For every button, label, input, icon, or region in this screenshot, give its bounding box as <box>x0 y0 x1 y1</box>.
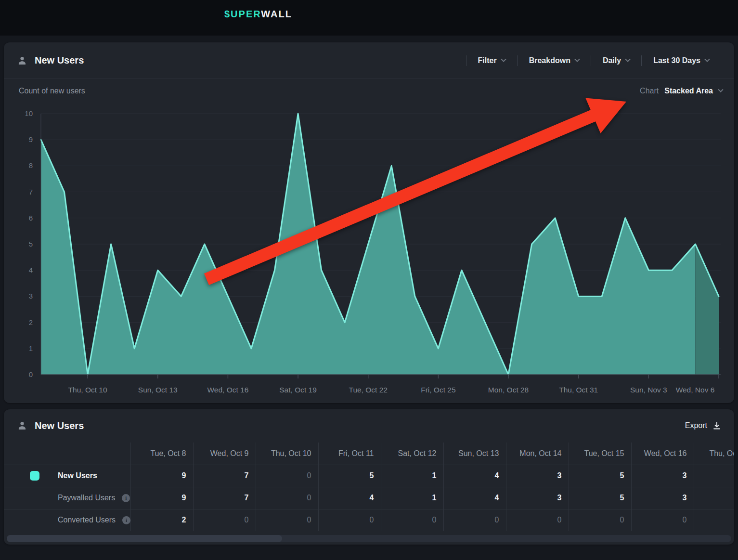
table-cell: 9 <box>130 465 193 487</box>
horizontal-scrollbar[interactable] <box>7 535 731 542</box>
new-users-table-card: New Users Export Tue, Oct 8Wed, Oct 9Thu… <box>4 409 734 545</box>
y-axis-tick-label: 7 <box>29 188 33 196</box>
x-axis-tick-label: Thu, Oct 31 <box>559 386 598 394</box>
row-label-text: New Users <box>58 471 97 480</box>
column-header: Sun, Oct 13 <box>443 443 506 465</box>
row-label-cell: Paywalled Usersi <box>4 487 130 509</box>
y-axis-tick-label: 10 <box>25 109 33 117</box>
x-axis-tick-label: Thu, Oct 10 <box>68 386 107 394</box>
table-cell: 2 <box>130 509 193 531</box>
y-axis-tick-label: 8 <box>29 161 33 169</box>
table-cell: 0 <box>569 509 631 531</box>
table-row: New Users970514353 <box>4 465 734 487</box>
table-cell <box>694 487 734 509</box>
x-axis-tick-label: Sun, Oct 13 <box>138 386 178 394</box>
table-cell: 5 <box>569 465 631 487</box>
area-fill-partial-day <box>695 244 719 375</box>
row-label: New Users <box>58 471 97 480</box>
table-cell: 9 <box>130 487 193 509</box>
row-label: Converted Usersi <box>58 516 130 524</box>
x-axis-tick-label: Mon, Oct 28 <box>488 386 529 394</box>
table-cell: 1 <box>381 487 443 509</box>
x-axis-tick-label: Wed, Oct 16 <box>207 386 248 394</box>
table-cell: 0 <box>256 509 318 531</box>
row-label-text: Converted Users <box>58 516 116 524</box>
table-cell: 4 <box>318 487 381 509</box>
download-icon <box>713 422 721 430</box>
column-header: Wed, Oct 9 <box>193 443 256 465</box>
table-cell <box>694 509 734 531</box>
series-color-swatch <box>30 471 39 481</box>
table-cell: 3 <box>506 487 569 509</box>
y-axis-tick-label: 2 <box>29 318 33 326</box>
table-header-row: Tue, Oct 8Wed, Oct 9Thu, Oct 10Fri, Oct … <box>4 443 734 465</box>
y-axis-tick-label: 5 <box>29 240 33 248</box>
x-axis-tick-label: Sat, Oct 19 <box>279 386 317 394</box>
table-cell: 5 <box>318 465 381 487</box>
column-header: Mon, Oct 14 <box>506 443 569 465</box>
table-card-header: New Users Export <box>4 409 734 442</box>
superwall-logo[interactable]: $UPERWALL <box>224 9 292 20</box>
y-axis-tick-label: 1 <box>29 344 33 352</box>
table-cell <box>694 465 734 487</box>
person-icon <box>17 421 27 430</box>
table-cell: 0 <box>193 509 256 531</box>
table-cell: 0 <box>256 487 318 509</box>
table-cell: 3 <box>631 487 694 509</box>
new-users-chart-card: New Users Filter Breakdown Daily Last 30… <box>4 42 734 403</box>
row-label-cell: New Users <box>4 465 130 487</box>
x-axis-tick-label: Wed, Nov 6 <box>676 386 715 394</box>
area-chart[interactable]: 012345678910Thu, Oct 10Sun, Oct 13Wed, O… <box>4 42 734 403</box>
y-axis-tick-label: 0 <box>29 370 33 378</box>
table-cell: 3 <box>631 465 694 487</box>
table-card-title: New Users <box>35 420 84 431</box>
table-cell: 0 <box>256 465 318 487</box>
table-cell: 0 <box>443 509 506 531</box>
y-axis-tick-label: 6 <box>29 214 33 222</box>
column-header: Wed, Oct 16 <box>631 443 694 465</box>
table-cell: 7 <box>193 487 256 509</box>
table-cell: 0 <box>381 509 443 531</box>
column-header: Sat, Oct 12 <box>381 443 443 465</box>
table-row: Converted Usersi200000000 <box>4 509 734 531</box>
table-row: Paywalled Usersi970414353 <box>4 487 734 509</box>
row-label-cell: Converted Usersi <box>4 509 130 531</box>
x-axis-tick-label: Tue, Oct 22 <box>349 386 388 394</box>
new-users-table: Tue, Oct 8Wed, Oct 9Thu, Oct 10Fri, Oct … <box>4 443 734 531</box>
table-cell: 7 <box>193 465 256 487</box>
column-header: Tue, Oct 8 <box>130 443 193 465</box>
y-axis-tick-label: 3 <box>29 292 33 300</box>
y-axis-tick-label: 9 <box>29 135 33 143</box>
table-cell: 5 <box>569 487 631 509</box>
column-header: Tue, Oct 15 <box>569 443 631 465</box>
column-header: Thu, Oct 17 <box>694 443 734 465</box>
table-cell: 0 <box>506 509 569 531</box>
logo-teal-part: $UPER <box>224 9 261 19</box>
table-cell: 0 <box>318 509 381 531</box>
info-icon[interactable]: i <box>122 516 130 524</box>
top-navigation-bar: $UPERWALL <box>0 0 738 36</box>
export-label: Export <box>685 421 707 430</box>
info-icon[interactable]: i <box>122 494 130 502</box>
row-label: Paywalled Usersi <box>58 494 130 502</box>
scrollbar-thumb[interactable] <box>7 535 282 542</box>
table-corner-cell <box>4 443 130 465</box>
x-axis-tick-label: Sun, Nov 3 <box>630 386 667 394</box>
table-cell: 4 <box>443 487 506 509</box>
y-axis-tick-label: 4 <box>29 266 33 274</box>
column-header: Fri, Oct 11 <box>318 443 381 465</box>
table-cell: 0 <box>631 509 694 531</box>
row-label-text: Paywalled Users <box>58 494 115 502</box>
table-cell: 1 <box>381 465 443 487</box>
export-button[interactable]: Export <box>685 421 721 430</box>
logo-white-part: WALL <box>261 9 292 19</box>
table-cell: 3 <box>506 465 569 487</box>
column-header: Thu, Oct 10 <box>256 443 318 465</box>
x-axis-tick-label: Fri, Oct 25 <box>421 386 455 394</box>
table-cell: 4 <box>443 465 506 487</box>
